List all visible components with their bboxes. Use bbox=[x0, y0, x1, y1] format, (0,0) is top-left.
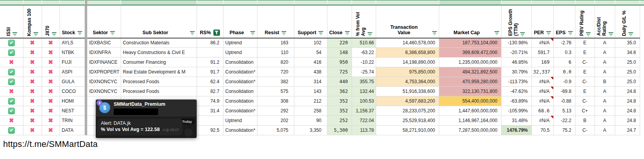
per-cell[interactable]: 68.6 bbox=[531, 106, 553, 116]
issi-flag-cell[interactable]: ✔ bbox=[0, 38, 23, 48]
market-cap-cell[interactable]: 494,321,892,500 bbox=[439, 67, 501, 77]
kompas100-flag-cell[interactable]: ✖ bbox=[23, 58, 42, 67]
market-cap-cell[interactable]: 1,146,967,164,000 bbox=[439, 116, 501, 126]
col-header-stock[interactable]: Stock bbox=[60, 5, 84, 38]
close-cell[interactable]: 352 bbox=[327, 106, 352, 116]
jii70-flag-cell[interactable]: ✖ bbox=[42, 48, 60, 58]
phase-cell[interactable]: Consolidation* bbox=[223, 106, 257, 116]
active-filter-icon[interactable] bbox=[213, 30, 220, 36]
eps-growth-cell[interactable]: 31.48% bbox=[501, 116, 531, 126]
issi-flag-cell[interactable]: ✔ bbox=[0, 48, 23, 58]
acc-dist-rating-cell[interactable]: A bbox=[595, 87, 615, 96]
vol-avg-cell[interactable]: 100.53 bbox=[352, 96, 376, 106]
eps-growth-cell[interactable]: -20.71% bbox=[501, 48, 531, 58]
transaction-value-cell[interactable]: 14,460,578,000 bbox=[376, 38, 439, 48]
per-cell[interactable]: 70.5 bbox=[531, 126, 553, 135]
issi-flag-cell[interactable]: ✔ bbox=[0, 96, 23, 106]
col-header-resist[interactable]: Resist bbox=[257, 5, 294, 38]
stock-cell[interactable]: NEST bbox=[60, 106, 84, 116]
daily-gl-cell[interactable]: 24.8 bbox=[615, 96, 640, 106]
rs-cell[interactable]: 82.7 bbox=[197, 87, 223, 96]
filter-icon[interactable] bbox=[345, 31, 350, 35]
jii70-flag-cell[interactable]: ✖ bbox=[42, 116, 60, 126]
transaction-value-cell[interactable]: 25,529,918,400 bbox=[376, 116, 439, 126]
rs-cell[interactable]: 74.9 bbox=[197, 96, 223, 106]
acc-dist-rating-cell[interactable]: A bbox=[595, 48, 615, 58]
eps-growth-cell[interactable]: 30.79% bbox=[501, 67, 531, 77]
daily-gl-cell[interactable]: 24.7 bbox=[615, 126, 640, 135]
col-header-phase[interactable]: Phase bbox=[223, 5, 257, 38]
vol-avg-cell[interactable]: 510.66 bbox=[352, 38, 376, 48]
eps-growth-cell[interactable]: -130.98% bbox=[501, 38, 531, 48]
filter-icon[interactable] bbox=[546, 31, 551, 35]
acc-dist-rating-cell[interactable]: A bbox=[595, 126, 615, 135]
jii70-flag-cell[interactable]: ✖ bbox=[42, 126, 60, 135]
close-cell[interactable]: 148 bbox=[327, 48, 352, 58]
acc-dist-rating-cell[interactable]: B bbox=[595, 77, 615, 87]
kompas100-flag-cell[interactable]: ✖ bbox=[23, 67, 42, 77]
filter-icon[interactable] bbox=[432, 31, 437, 35]
eps-cell[interactable]: 0.0 bbox=[553, 67, 575, 77]
eps-cell[interactable]: -2.76 bbox=[553, 38, 575, 48]
per-cell[interactable]: #N/A bbox=[531, 87, 553, 96]
per-cell[interactable]: #N/A bbox=[531, 38, 553, 48]
kompas100-flag-cell[interactable]: ✖ bbox=[23, 77, 42, 87]
vol-avg-cell[interactable]: 132.44 bbox=[352, 87, 376, 96]
daily-gl-cell[interactable]: 24.8 bbox=[615, 116, 640, 126]
filter-icon[interactable] bbox=[586, 32, 591, 36]
col-header-issi[interactable]: ISSI bbox=[0, 5, 23, 38]
eps-growth-cell[interactable]: -63.89% bbox=[501, 96, 531, 106]
filter-icon[interactable] bbox=[494, 31, 499, 35]
pbv-rating-cell[interactable]: C- bbox=[575, 96, 595, 106]
close-cell[interactable]: 725 bbox=[327, 67, 352, 77]
acc-dist-rating-cell[interactable]: A bbox=[595, 67, 615, 77]
daily-gl-cell[interactable]: 25.0 bbox=[615, 77, 640, 87]
col-header-sektor[interactable]: Sektor bbox=[87, 5, 121, 38]
eps-cell[interactable]: -69.8 bbox=[553, 87, 575, 96]
stock-cell[interactable]: HOMI bbox=[60, 96, 84, 106]
resist-cell[interactable]: 308 bbox=[257, 96, 294, 106]
sektor-cell[interactable]: IDXINFRA bbox=[87, 48, 121, 58]
resist-cell[interactable]: 292 bbox=[257, 106, 294, 116]
filter-icon[interactable] bbox=[282, 31, 286, 35]
transaction-value-cell[interactable]: 14,198,890,000 bbox=[376, 58, 439, 67]
col-header-close[interactable]: Close bbox=[327, 5, 352, 38]
vol-avg-cell[interactable]: -25.74 bbox=[352, 67, 376, 77]
issi-flag-cell[interactable]: ✔ bbox=[0, 77, 23, 87]
filter-icon[interactable] bbox=[33, 32, 38, 36]
vol-avg-cell[interactable]: 113.78 bbox=[352, 126, 376, 135]
support-cell[interactable]: 416 bbox=[294, 58, 327, 67]
acc-dist-rating-cell[interactable]: A bbox=[595, 38, 615, 48]
eps-cell[interactable]: 5.13 bbox=[553, 106, 575, 116]
close-cell[interactable]: 950 bbox=[327, 58, 352, 67]
issi-flag-cell[interactable]: ✔ bbox=[0, 126, 23, 135]
pbv-rating-cell[interactable]: C- bbox=[575, 58, 595, 67]
sub-sektor-cell[interactable]: Consumer Financing bbox=[121, 58, 197, 67]
stock-cell[interactable]: AYLS bbox=[60, 38, 84, 48]
sektor-cell[interactable]: IDXFINANCE bbox=[87, 58, 121, 67]
close-cell[interactable]: 252 bbox=[327, 116, 352, 126]
jii70-flag-cell[interactable]: ✖ bbox=[42, 38, 60, 48]
resist-cell[interactable]: 720 bbox=[257, 67, 294, 77]
sub-sektor-cell[interactable]: Processed Foods bbox=[121, 77, 197, 87]
col-header-eps[interactable]: EPS bbox=[553, 5, 575, 38]
support-cell[interactable]: 212 bbox=[294, 96, 327, 106]
col-header-jii70[interactable]: JII70 bbox=[42, 5, 60, 38]
jii70-flag-cell[interactable]: ✖ bbox=[42, 67, 60, 77]
transaction-value-cell[interactable]: 51,916,338,600 bbox=[376, 87, 439, 96]
sektor-cell[interactable]: IDXPROPERT bbox=[87, 67, 121, 77]
pbv-rating-cell[interactable]: B bbox=[575, 116, 595, 126]
support-cell[interactable]: 102 bbox=[294, 38, 327, 48]
phase-cell[interactable]: Uptrend bbox=[223, 116, 257, 126]
market-cap-cell[interactable]: 7,287,500,000,000 bbox=[439, 126, 501, 135]
rs-cell[interactable] bbox=[197, 48, 223, 58]
close-cell[interactable]: 440 bbox=[327, 77, 352, 87]
support-cell[interactable]: 143 bbox=[294, 87, 327, 96]
filter-icon[interactable] bbox=[628, 32, 633, 36]
rs-cell[interactable]: 91.7 bbox=[197, 67, 223, 77]
pbv-rating-cell[interactable]: C+ bbox=[575, 106, 595, 116]
market-cap-cell[interactable]: 1,447,600,000,000 bbox=[439, 106, 501, 116]
vol-avg-cell[interactable]: -63.22 bbox=[352, 48, 376, 58]
acc-dist-rating-cell[interactable]: A bbox=[595, 58, 615, 67]
filter-icon[interactable] bbox=[568, 31, 573, 35]
